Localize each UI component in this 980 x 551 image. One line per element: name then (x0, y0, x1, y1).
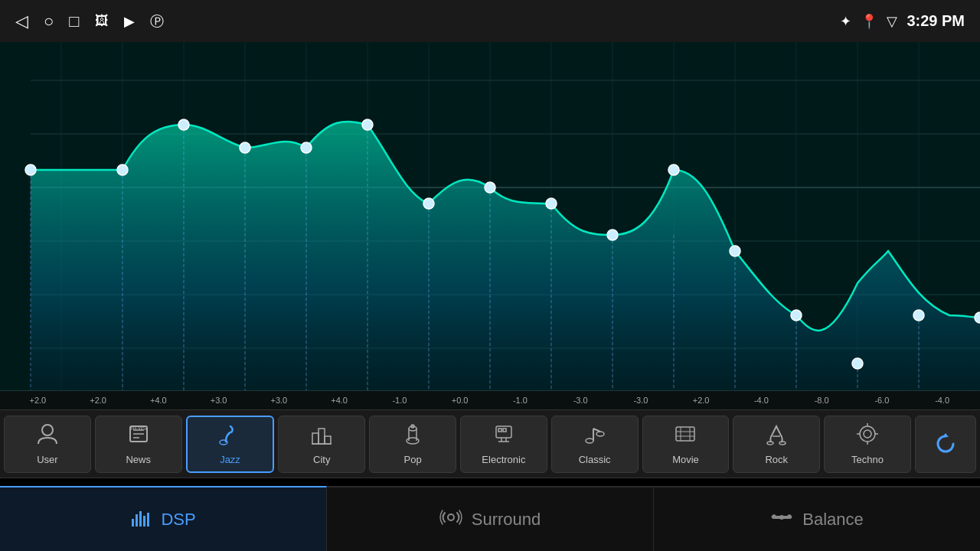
svg-point-96 (448, 514, 454, 520)
preset-movie[interactable]: Movie (642, 416, 730, 473)
svg-point-51 (913, 310, 924, 321)
svg-rect-93 (139, 511, 142, 527)
svg-rect-92 (136, 514, 138, 527)
preset-classic[interactable]: Classic (551, 416, 639, 473)
svg-point-31 (301, 142, 312, 153)
techno-icon (856, 422, 879, 450)
svg-point-84 (779, 442, 786, 445)
svg-point-29 (240, 142, 250, 153)
svg-point-23 (25, 165, 36, 175)
eq-chart (0, 42, 980, 409)
nav-icons: ◁ ○ □ 🖼 ▶ Ⓟ (15, 11, 164, 31)
svg-rect-77 (676, 427, 694, 441)
back-button[interactable]: ◁ (15, 11, 28, 31)
svg-rect-91 (132, 519, 134, 527)
screenshot-icon[interactable]: 🖼 (95, 13, 109, 29)
svg-point-85 (860, 426, 875, 442)
svg-point-43 (668, 165, 679, 175)
plex-icon[interactable]: Ⓟ (150, 12, 164, 31)
play-icon[interactable]: ▶ (124, 13, 135, 30)
news-label: News (126, 454, 151, 465)
rock-icon (765, 422, 788, 450)
status-right: ✦ 📍 ▽ 3:29 PM (840, 12, 965, 30)
svg-point-27 (178, 119, 189, 130)
status-time: 3:29 PM (906, 12, 965, 30)
tab-dsp[interactable]: DSP (0, 486, 327, 551)
svg-rect-68 (498, 429, 501, 432)
val-label: +2.0 (68, 396, 129, 405)
balance-icon (770, 508, 793, 531)
reset-button[interactable] (915, 416, 976, 473)
recents-button[interactable]: □ (69, 11, 79, 31)
svg-point-83 (767, 442, 773, 445)
svg-point-47 (791, 310, 802, 321)
city-icon (310, 422, 333, 450)
bluetooth-icon: ✦ (840, 13, 851, 30)
val-label: +2.0 (671, 396, 731, 405)
svg-rect-94 (143, 516, 145, 527)
svg-point-65 (409, 426, 416, 431)
svg-point-49 (852, 358, 863, 369)
svg-rect-95 (147, 513, 149, 527)
pop-icon (401, 422, 424, 450)
classic-label: Classic (579, 454, 611, 465)
jazz-icon (218, 422, 241, 450)
val-label: -4.0 (731, 396, 792, 405)
svg-point-35 (423, 198, 434, 209)
news-icon: NEWS (127, 422, 150, 450)
svg-point-33 (362, 119, 373, 130)
val-label: -1.0 (490, 396, 550, 405)
svg-rect-61 (318, 429, 325, 444)
svg-rect-60 (312, 433, 318, 444)
val-label: -8.0 (792, 396, 852, 405)
preset-user[interactable]: User (4, 416, 91, 473)
location-icon: 📍 (861, 13, 877, 30)
preset-electronic[interactable]: Electronic (460, 416, 547, 473)
electronic-icon (492, 422, 515, 450)
val-label: +4.0 (309, 396, 370, 405)
home-button[interactable]: ○ (44, 11, 54, 31)
val-label: +0.0 (430, 396, 490, 405)
svg-point-98 (779, 515, 784, 520)
svg-text:NEWS: NEWS (130, 425, 146, 431)
svg-point-25 (117, 165, 128, 175)
val-label: -1.0 (370, 396, 430, 405)
svg-point-52 (975, 312, 980, 323)
dsp-label: DSP (161, 510, 195, 530)
rock-label: Rock (765, 454, 788, 465)
val-label: +2.0 (8, 396, 68, 405)
preset-rock[interactable]: Rock (733, 416, 820, 473)
val-label: +3.0 (188, 396, 249, 405)
techno-label: Techno (851, 454, 884, 465)
movie-label: Movie (672, 454, 699, 465)
user-icon (36, 422, 59, 450)
user-label: User (37, 454, 57, 465)
preset-techno[interactable]: Techno (824, 416, 911, 473)
svg-point-39 (546, 198, 557, 209)
svg-point-86 (864, 430, 871, 438)
bottom-tabs: DSP Surround Balance (0, 486, 980, 551)
svg-point-45 (730, 246, 740, 256)
val-labels: +2.0+2.0+4.0+3.0+3.0+4.0-1.0+0.0-1.0-3.0… (0, 390, 980, 409)
surround-label: Surround (472, 510, 541, 530)
balance-label: Balance (802, 510, 864, 530)
preset-city[interactable]: City (278, 416, 365, 473)
preset-jazz[interactable]: Jazz (186, 416, 275, 473)
surround-icon (439, 508, 462, 531)
eq-container (0, 42, 980, 409)
preset-pop[interactable]: Pop (369, 416, 456, 473)
wifi-icon: ▽ (887, 13, 897, 30)
svg-rect-62 (325, 436, 331, 444)
val-label: +4.0 (129, 396, 189, 405)
svg-point-76 (596, 432, 604, 436)
tab-balance[interactable]: Balance (654, 486, 980, 551)
svg-point-41 (607, 230, 618, 240)
dsp-icon (130, 508, 152, 531)
movie-icon (674, 422, 697, 450)
svg-point-37 (485, 182, 495, 193)
city-label: City (313, 454, 330, 465)
tab-surround[interactable]: Surround (327, 486, 654, 551)
preset-news[interactable]: NEWS News (95, 416, 182, 473)
presets-bar: User NEWS News Jazz City Pop El (0, 409, 980, 478)
svg-rect-69 (503, 429, 506, 432)
